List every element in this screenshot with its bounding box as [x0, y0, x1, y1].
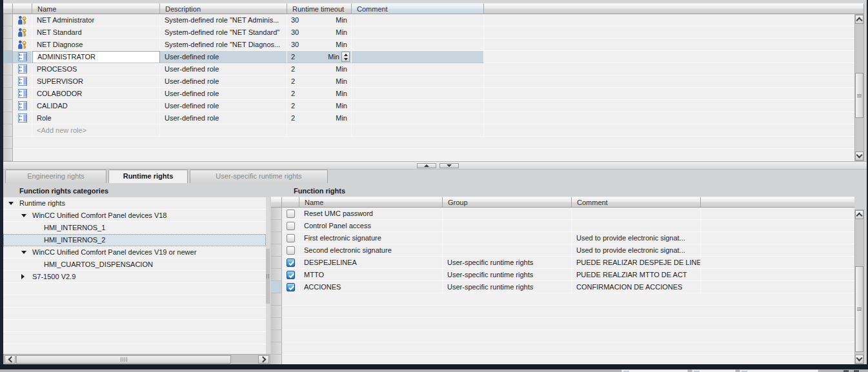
runtime-timeout-cell[interactable]: 2Min: [287, 112, 352, 124]
expanded-triangle-icon[interactable]: [21, 251, 26, 254]
function-right-name-cell[interactable]: Control Panel access: [299, 220, 443, 232]
role-comment-cell[interactable]: [352, 51, 484, 63]
runtime-timeout-cell[interactable]: 2Min: [287, 88, 352, 100]
role-name-cell[interactable]: Role: [32, 112, 160, 124]
checkbox-unchecked[interactable]: [287, 222, 295, 230]
spinner-down-button[interactable]: [342, 57, 349, 61]
role-row[interactable]: SUPERVISORUser-defined role2Min: [3, 75, 854, 88]
row-header-cell[interactable]: [3, 14, 13, 26]
role-name-cell[interactable]: NET Standard: [32, 26, 160, 39]
role-comment-cell[interactable]: [352, 26, 484, 39]
rights-vertical-scrollbar[interactable]: [854, 210, 864, 364]
function-right-row[interactable]: Control Panel access: [271, 220, 854, 232]
row-header-cell[interactable]: [271, 281, 282, 293]
function-right-name-cell[interactable]: First electronic signature: [299, 232, 443, 244]
function-right-row[interactable]: ACCIONESUser-specific runtime rightsCONF…: [271, 281, 854, 293]
roles-vertical-scrollbar[interactable]: [854, 14, 864, 161]
checkbox-checked[interactable]: [287, 271, 295, 279]
checkbox-unchecked[interactable]: [287, 210, 295, 218]
column-header-name[interactable]: Name: [299, 197, 443, 208]
row-header-cell[interactable]: [3, 26, 13, 39]
row-header-cell[interactable]: [3, 63, 13, 75]
tree-item-hmi-cuartos-dispensacion[interactable]: HMI_CUARTOS_DISPENSACION: [3, 259, 266, 271]
horizontal-splitter[interactable]: [3, 161, 867, 170]
role-row[interactable]: NET StandardSystem-defined role "NET Sta…: [3, 26, 854, 39]
expanded-triangle-icon[interactable]: [21, 214, 26, 217]
checkbox-unchecked[interactable]: [287, 246, 295, 255]
role-name-cell[interactable]: PROCESOS: [32, 63, 160, 75]
tree-item-hmi-internos-2[interactable]: HMI_INTERNOS_2: [3, 234, 266, 246]
column-header-description[interactable]: Description: [160, 3, 287, 14]
role-name-cell[interactable]: SUPERVISOR: [32, 75, 160, 88]
column-header-comment[interactable]: Comment: [352, 3, 484, 14]
role-comment-cell[interactable]: [352, 63, 484, 75]
function-right-name-cell[interactable]: Reset UMC password: [299, 208, 443, 220]
role-row[interactable]: RoleUser-defined role2Min: [3, 112, 854, 124]
spinner-up-button[interactable]: [342, 52, 349, 57]
row-header-cell[interactable]: [3, 100, 13, 112]
scrollbar-thumb[interactable]: [855, 73, 863, 118]
scrollbar-thumb[interactable]: [855, 266, 863, 352]
role-row[interactable]: CALIDADUser-defined role2Min: [3, 100, 854, 112]
row-header-cell[interactable]: [271, 208, 282, 220]
role-row[interactable]: NET AdministratorSystem-defined role "NE…: [3, 14, 854, 26]
role-comment-cell[interactable]: [352, 39, 484, 51]
column-header-comment[interactable]: Comment: [572, 197, 701, 208]
role-name-cell[interactable]: CALIDAD: [32, 100, 160, 112]
add-new-role-row[interactable]: <Add new role>: [3, 124, 854, 137]
runtime-timeout-cell[interactable]: 30Min: [287, 14, 352, 26]
tree-item-wincc-unified-comfort-panel-devices-v18[interactable]: WinCC Unified Comfort Panel devices V18: [3, 210, 266, 222]
tree-item-s7-1500-v2-9[interactable]: S7-1500 V2.9: [3, 271, 266, 283]
role-comment-cell[interactable]: [352, 100, 484, 112]
column-header-group[interactable]: Group: [443, 197, 572, 208]
runtime-timeout-cell[interactable]: 30Min: [287, 39, 352, 51]
collapse-up-button[interactable]: [417, 163, 436, 168]
tree-item-runtime-rights[interactable]: Runtime rights: [3, 197, 266, 210]
column-header-name[interactable]: Name: [32, 3, 160, 14]
runtime-timeout-cell[interactable]: 2Min: [287, 75, 352, 88]
row-header-cell[interactable]: [271, 257, 282, 269]
tab-user-specific-runtime-rights[interactable]: User-specific runtime rights: [190, 170, 328, 183]
scroll-down-button[interactable]: [855, 355, 863, 364]
role-name-cell[interactable]: NET Administrator: [32, 14, 160, 26]
column-header-runtime-timeout[interactable]: Runtime timeout: [287, 3, 352, 14]
row-header-cell[interactable]: [271, 220, 282, 232]
function-right-row[interactable]: DESPEJELINEAUser-specific runtime rights…: [271, 257, 854, 269]
scroll-down-button[interactable]: [855, 152, 863, 161]
row-header-cell[interactable]: [271, 232, 282, 244]
checkbox-checked[interactable]: [287, 283, 295, 291]
row-header-cell[interactable]: [3, 88, 13, 100]
runtime-timeout-cell[interactable]: 2Min: [287, 100, 352, 112]
row-header-cell[interactable]: [271, 269, 282, 281]
tab-runtime-rights[interactable]: Runtime rights: [108, 170, 188, 183]
tree-vertical-scrollbar[interactable]: [266, 197, 270, 354]
scroll-left-button[interactable]: [5, 355, 15, 364]
runtime-timeout-cell[interactable]: 30Min: [287, 26, 352, 39]
runtime-timeout-cell[interactable]: 2Min: [287, 51, 352, 63]
expanded-triangle-icon[interactable]: [8, 202, 14, 205]
role-comment-cell[interactable]: [352, 88, 484, 100]
row-header-cell[interactable]: [3, 75, 13, 88]
row-header-cell[interactable]: [3, 112, 13, 124]
role-row[interactable]: COLABODORUser-defined role2Min: [3, 88, 854, 100]
function-right-name-cell[interactable]: MTTO: [299, 269, 443, 281]
function-right-row[interactable]: MTTOUser-specific runtime rightsPUEDE RE…: [271, 269, 854, 281]
role-row[interactable]: ADMINISTRATORUser-defined role2Min: [3, 51, 854, 63]
runtime-timeout-cell[interactable]: 2Min: [287, 63, 352, 75]
scroll-up-button[interactable]: [855, 210, 863, 219]
checkbox-checked[interactable]: [287, 259, 295, 267]
scroll-right-button[interactable]: [258, 355, 269, 364]
tree-scrollbar-thumb[interactable]: [266, 249, 270, 304]
collapsed-triangle-icon[interactable]: [21, 274, 26, 279]
role-name-cell[interactable]: ADMINISTRATOR: [32, 51, 160, 63]
checkbox-unchecked[interactable]: [287, 234, 295, 242]
tree-hscrollbar-thumb[interactable]: [16, 355, 231, 364]
row-header-cell[interactable]: [3, 51, 13, 63]
function-right-name-cell[interactable]: DESPEJELINEA: [299, 257, 443, 269]
role-name-cell[interactable]: COLABODOR: [32, 88, 160, 100]
scroll-up-button[interactable]: [855, 15, 863, 24]
timeout-spinner[interactable]: [341, 52, 350, 62]
collapse-down-button[interactable]: [439, 163, 459, 168]
role-row[interactable]: PROCESOSUser-defined role2Min: [3, 63, 854, 75]
row-header-cell[interactable]: [271, 244, 282, 257]
